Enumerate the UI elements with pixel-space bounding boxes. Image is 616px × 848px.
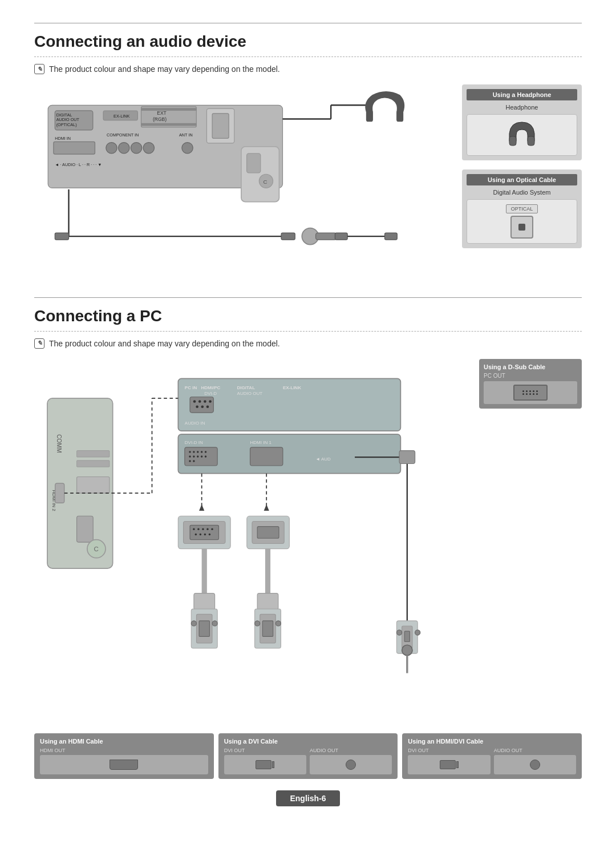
pc-note-icon: ✎: [34, 338, 44, 349]
audio-device-section: Connecting an audio device ✎ The product…: [34, 33, 582, 280]
dvi-pin: [272, 761, 274, 768]
svg-point-104: [200, 533, 201, 535]
headphone-panel-inner: [467, 114, 577, 156]
svg-text:ANT IN: ANT IN: [179, 132, 193, 138]
headphone-svg-icon: [505, 119, 539, 151]
svg-rect-86: [250, 447, 283, 466]
dsub-label: PC OUT: [484, 373, 577, 379]
svg-rect-47: [55, 483, 64, 503]
svg-point-63: [198, 400, 201, 403]
svg-text:AUDIO IN: AUDIO IN: [185, 420, 205, 425]
svg-rect-116: [199, 621, 209, 637]
svg-rect-42: [509, 136, 516, 146]
optical-panel-header: Using an Optical Cable: [467, 174, 577, 185]
svg-point-80: [193, 455, 194, 457]
svg-point-76: [197, 451, 198, 453]
dvi-audio-label: AUDIO OUT: [310, 748, 392, 753]
svg-rect-43: [528, 136, 534, 146]
svg-text:DVI-D IN: DVI-D IN: [185, 440, 203, 445]
dsub-dot: [536, 390, 538, 392]
dsub-dot: [533, 393, 534, 395]
pc-diagram-svg: COMM HDMI IN 2 C: [34, 359, 479, 725]
english-badge: English-6: [276, 790, 339, 806]
svg-point-101: [206, 528, 208, 530]
svg-text:HDMI IN: HDMI IN: [55, 136, 71, 141]
svg-point-19: [131, 143, 141, 154]
hdmi-dvi-panel-ports: DVI OUT AUDIO OUT: [408, 748, 576, 774]
dvi-audio-circle: [346, 760, 356, 770]
svg-text:(RGB): (RGB): [153, 116, 167, 122]
audio-section-divider: [34, 56, 582, 57]
svg-point-66: [196, 405, 198, 408]
svg-point-20: [143, 143, 154, 154]
svg-rect-109: [257, 526, 279, 538]
svg-rect-15: [54, 142, 95, 154]
optical-label: Digital Audio System: [467, 189, 577, 196]
svg-point-105: [204, 533, 206, 535]
hdmi-dvi-panel-title: Using an HDMI/DVI Cable: [408, 738, 576, 745]
dsub-dot: [529, 390, 531, 392]
svg-rect-118: [257, 593, 278, 609]
svg-text:EX-LINK: EX-LINK: [114, 114, 129, 119]
audio-main-diagram: DIGITAL AUDIO OUT (OPTICAL) EX-LINK EXT …: [34, 84, 462, 280]
svg-rect-49: [77, 477, 110, 493]
svg-text:◄ · AUDIO · L ·  · R ·  ·  · ▼: ◄ · AUDIO · L · · R · · · ▼: [55, 162, 102, 167]
svg-point-82: [201, 455, 202, 457]
dsub-port-visual: [513, 385, 548, 401]
dsub-dots: [522, 390, 538, 395]
optical-port-inner: [518, 224, 525, 231]
dsub-panel: Using a D-Sub Cable PC OUT: [479, 359, 582, 409]
svg-rect-28: [396, 111, 403, 122]
svg-rect-35: [335, 233, 347, 240]
pc-main-diagram: COMM HDMI IN 2 C: [34, 359, 479, 728]
optical-port-visual: [510, 216, 533, 239]
svg-text:EX-LINK: EX-LINK: [283, 385, 301, 390]
hdmi-dvi-rect: [440, 760, 456, 769]
hdmi-dvi-audio-circle: [530, 760, 540, 770]
audio-section-title: Connecting an audio device: [34, 33, 582, 51]
svg-text:◄ AUD: ◄ AUD: [315, 456, 331, 461]
svg-point-122: [275, 621, 281, 626]
dvi-rect: [256, 760, 271, 769]
audio-note-row: ✎ The product colour and shape may vary …: [34, 64, 582, 74]
svg-rect-111: [194, 593, 215, 609]
optical-box: OPTICAL: [506, 204, 538, 239]
svg-text:DVI-D: DVI-D: [204, 391, 217, 396]
pc-diagram-area: COMM HDMI IN 2 C: [34, 359, 582, 728]
svg-point-103: [195, 533, 197, 535]
audio-diagram-svg: DIGITAL AUDIO OUT (OPTICAL) EX-LINK EXT …: [34, 84, 462, 278]
hdmi-panel-title: Using an HDMI Cable: [40, 738, 208, 745]
svg-text:C: C: [264, 179, 268, 185]
svg-marker-94: [264, 504, 269, 510]
pc-section-rule: [34, 297, 582, 298]
svg-point-75: [193, 451, 194, 453]
dsub-dot: [526, 390, 528, 392]
svg-rect-27: [366, 111, 373, 122]
svg-rect-31: [55, 233, 68, 240]
top-divider: [34, 23, 582, 23]
svg-text:HDMI IN 1: HDMI IN 1: [250, 440, 272, 445]
svg-point-102: [211, 528, 213, 530]
dvi-out-label: DVI OUT: [224, 748, 306, 753]
svg-rect-97: [190, 525, 218, 539]
dsub-dot: [522, 390, 524, 392]
note-icon: ✎: [34, 64, 44, 74]
dvi-cable-panel: Using a DVI Cable DVI OUT AUDIO OUT: [218, 733, 398, 779]
dsub-dot: [529, 393, 531, 395]
svg-rect-51: [77, 460, 110, 466]
svg-text:HDMI/PC: HDMI/PC: [201, 385, 221, 390]
optical-port-label: OPTICAL: [506, 204, 538, 213]
svg-text:(OPTICAL): (OPTICAL): [56, 122, 77, 127]
pc-note-row: ✎ The product colour and shape may vary …: [34, 338, 582, 349]
svg-point-83: [205, 455, 206, 457]
svg-point-22: [182, 143, 193, 154]
svg-point-67: [201, 405, 204, 408]
dsub-dot: [533, 390, 534, 392]
dsub-panel-header: Using a D-Sub Cable: [484, 364, 577, 370]
footer-badge-container: English-6: [34, 790, 582, 806]
svg-point-99: [197, 528, 199, 530]
hdmi-dvi-pin: [456, 761, 459, 768]
headphone-label: Headphone: [467, 104, 577, 111]
svg-rect-37: [385, 233, 398, 240]
svg-text:DIGITAL: DIGITAL: [237, 385, 256, 390]
